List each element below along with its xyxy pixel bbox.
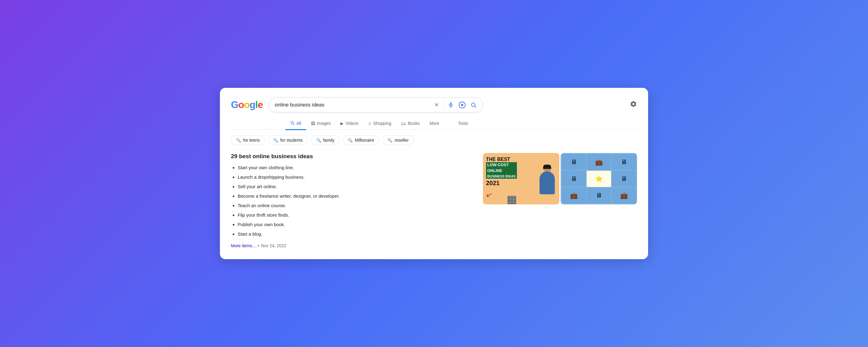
result-panel: 29 best online business ideas Start your… [231,153,473,248]
search-bar-icons: ✕ [434,101,477,109]
search-bar: ✕ [269,97,483,112]
chip-search-icon-3: 🔍 [316,138,321,143]
iso-cell-4: 🖥 [562,171,586,187]
arrow-decoration: ↙ [485,190,494,200]
chip-search-icon-2: 🔍 [273,138,278,143]
logo-o2: o [244,99,250,111]
tab-tools[interactable]: Tools [453,118,473,130]
tab-images[interactable]: 🖼 Images [306,118,336,130]
checker-decoration [507,196,516,204]
dot-separator: • [257,243,259,248]
chip-search-icon: 🔍 [236,138,241,143]
thumb1-line3: ONLINE [486,168,517,174]
chip-family-label: family [323,138,335,143]
shopping-tab-icon: ◇ [368,121,371,126]
settings-button[interactable] [630,100,637,110]
list-item: Flip your thrift store finds. [238,211,473,219]
chip-reseller-label: reseller [395,138,409,143]
person-silhouette [535,162,559,204]
logo-g: G [231,99,238,111]
tab-videos-label: Videos [345,121,359,126]
tab-shopping-label: Shopping [373,121,391,126]
tab-books[interactable]: 📖 Books [396,118,425,130]
tab-more-label: More [429,121,439,126]
thumb1-line4: BUSINESS IDEAS [486,174,517,179]
chip-millionaire-label: Millionaire [355,138,374,143]
list-item: Teach an online course. [238,202,473,209]
tab-all[interactable]: All [285,118,306,130]
svg-rect-0 [450,102,452,105]
lens-icon [459,102,465,108]
tab-books-label: Books [408,121,420,126]
logo-g2: g [250,99,255,111]
result-heading: 29 best online business ideas [231,153,473,160]
gear-icon [630,100,637,108]
chip-search-icon-4: 🔍 [348,138,353,143]
image-thumbnails: THE BEST LOW-COST ONLINE BUSINESS IDEAS … [483,153,637,204]
thumb1-line2: LOW-COST [486,162,517,168]
iso-cell-9: 💼 [612,187,636,204]
mic-icon [448,102,454,108]
images-tab-icon: 🖼 [311,121,315,126]
iso-cell-5-highlight: ⭐ [587,171,611,187]
list-item: Sell your art online. [238,183,473,190]
header-row: Google ✕ [231,97,637,112]
list-item: Launch a dropshipping business. [238,173,473,181]
result-date: Nov 24, 2022 [261,243,286,248]
thumb1-line1: THE BEST [486,157,517,162]
suggestion-chips: 🔍 for teens 🔍 for students 🔍 family 🔍 Mi… [231,135,637,145]
iso-cell-1: 🖥 [562,154,586,170]
google-logo[interactable]: Google [231,99,263,111]
chip-millionaire[interactable]: 🔍 Millionaire [343,135,379,145]
logo-l: l [255,99,258,111]
thumb1-content: THE BEST LOW-COST ONLINE BUSINESS IDEAS … [486,157,517,187]
list-item: Become a freelance writer, designer, or … [238,193,473,200]
iso-cell-6: 🖥 [612,171,636,187]
books-tab-icon: 📖 [401,121,406,126]
tab-more[interactable]: More [425,118,444,130]
chip-family[interactable]: 🔍 family [311,135,340,145]
main-content: 29 best online business ideas Start your… [231,153,637,248]
iso-cell-8: 🖥 [587,187,611,204]
iso-cell-2: 💼 [587,154,611,170]
nav-tabs: All 🖼 Images ▶ Videos ◇ Shopping 📖 Books… [231,118,637,130]
svg-line-8 [293,124,294,124]
clear-button[interactable]: ✕ [434,101,439,109]
chip-search-icon-5: 🔍 [388,138,393,143]
chip-for-students[interactable]: 🔍 for students [268,135,308,145]
videos-tab-icon: ▶ [340,121,343,126]
tab-images-label: Images [317,121,331,126]
list-item: Start your own clothing line. [238,164,473,171]
tab-all-label: All [297,121,301,126]
thumb1-line5: 2021 [486,179,517,187]
search-icon [470,102,476,108]
iso-cell-7: 💼 [562,187,586,204]
more-items-row: More items... • Nov 24, 2022 [231,243,473,248]
thumbnail-2[interactable]: 🖥 💼 🖥 🖥 ⭐ 🖥 💼 🖥 💼 [561,153,637,204]
tab-videos[interactable]: ▶ Videos [336,118,363,130]
more-items-link[interactable]: More items... [231,243,256,248]
chip-reseller[interactable]: 🔍 reseller [382,135,414,145]
all-tab-icon [290,121,294,126]
tab-tools-label: Tools [458,121,468,126]
chip-for-teens[interactable]: 🔍 for teens [231,135,265,145]
search-submit-button[interactable] [470,101,477,109]
svg-point-4 [461,104,463,106]
thumbnail-1[interactable]: THE BEST LOW-COST ONLINE BUSINESS IDEAS … [483,153,559,204]
search-input[interactable] [275,102,431,108]
result-list: Start your own clothing line. Launch a d… [231,164,473,238]
list-item: Publish your own book. [238,221,473,228]
chip-for-students-label: for students [280,138,303,143]
browser-window: Google ✕ [220,88,648,259]
iso-cell-3: 🖥 [612,154,636,170]
tab-shopping[interactable]: ◇ Shopping [363,118,396,130]
list-item: Start a blog. [238,230,473,238]
chip-for-teens-label: for teens [243,138,260,143]
logo-o1: o [238,99,244,111]
mic-button[interactable] [447,101,455,109]
lens-button[interactable] [458,101,466,109]
svg-line-6 [475,106,476,108]
logo-e: e [257,99,263,111]
